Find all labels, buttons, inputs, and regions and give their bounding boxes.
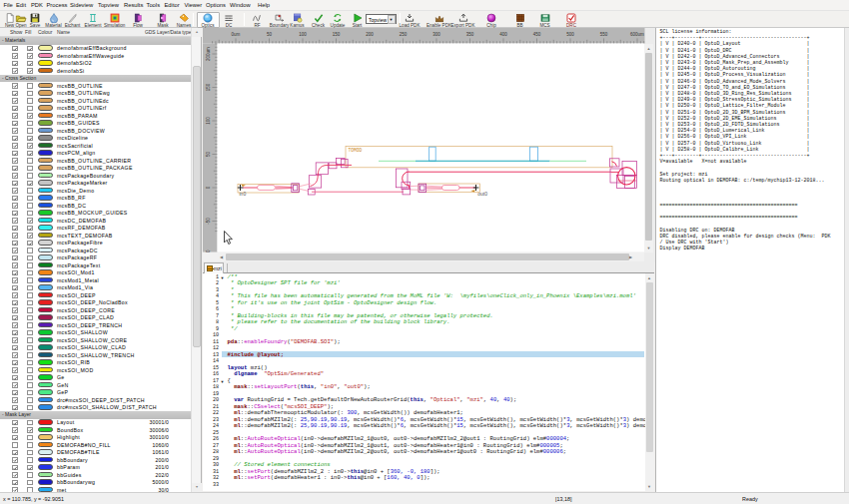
svg-text:100: 100 [206,117,211,125]
svg-text:150: 150 [333,32,341,37]
svg-text:50: 50 [267,32,273,37]
svg-text:0um: 0um [232,32,241,37]
svg-text:600um: 600um [630,32,644,37]
svg-text:400: 400 [499,32,507,37]
svg-text:out0: out0 [477,191,487,197]
svg-text:200: 200 [366,32,374,37]
svg-text:150: 150 [206,83,211,91]
svg-text:450: 450 [533,32,541,37]
svg-text:-50: -50 [206,218,211,225]
svg-text:350: 350 [466,32,474,37]
svg-text:200um: 200um [206,47,211,61]
svg-text:300: 300 [432,32,440,37]
svg-text:250: 250 [400,32,408,37]
svg-text:50: 50 [206,152,211,158]
svg-text:100: 100 [299,32,307,37]
svg-text:500: 500 [566,32,574,37]
svg-text:550: 550 [600,32,608,37]
svg-text:in0: in0 [240,191,247,197]
svg-text:TOMOD: TOMOD [349,148,363,153]
